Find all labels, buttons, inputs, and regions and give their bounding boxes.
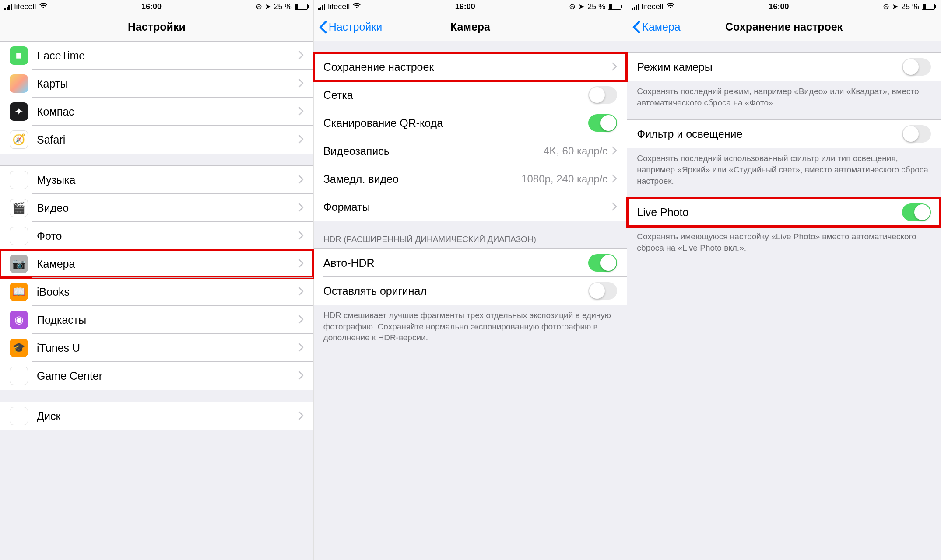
chevron-right-icon	[298, 342, 304, 354]
row-label: Карты	[37, 77, 298, 90]
settings-row-музыка[interactable]: ♫Музыка	[0, 166, 313, 194]
settings-row-видео[interactable]: 🎬Видео	[0, 194, 313, 222]
row-label: Game Center	[37, 370, 298, 382]
chevron-right-icon	[298, 314, 304, 326]
row-label: Режим камеры	[637, 61, 902, 74]
maps-icon	[10, 74, 28, 93]
toggle-switch[interactable]	[588, 254, 617, 272]
nav-bar: Настройки	[0, 13, 313, 41]
camera-icon: 📷	[10, 255, 28, 273]
settings-row-сканирование-qr-кода[interactable]: Сканирование QR-кода	[314, 109, 627, 137]
row-label: Музыка	[37, 174, 298, 186]
battery-icon	[295, 4, 309, 10]
chevron-right-icon	[298, 286, 304, 298]
chevron-right-icon	[612, 173, 617, 186]
row-label: Диск	[37, 410, 298, 423]
settings-row-подкасты[interactable]: ◉Подкасты	[0, 306, 313, 334]
gamecenter-icon: ●●	[10, 367, 28, 385]
chevron-right-icon	[298, 258, 304, 270]
compass-icon: ✦	[10, 102, 28, 121]
page-title: Настройки	[128, 21, 186, 33]
row-detail: 1080p, 240 кадр/с	[521, 173, 607, 185]
settings-row-диск[interactable]: ▲Диск	[0, 402, 313, 430]
settings-row-авто-hdr[interactable]: Авто-HDR	[314, 249, 627, 277]
facetime-icon: ■	[10, 46, 28, 65]
chevron-right-icon	[612, 61, 617, 74]
settings-row-режим-камеры[interactable]: Режим камеры	[627, 53, 941, 81]
row-label: iBooks	[37, 286, 298, 298]
settings-row-замедл-видео[interactable]: Замедл. видео1080p, 240 кадр/с	[314, 165, 627, 193]
toggle-switch[interactable]	[588, 282, 617, 300]
carrier-label: lifecell	[14, 2, 36, 11]
settings-row-фото[interactable]: ❀Фото	[0, 222, 313, 250]
row-label: Сканирование QR-кода	[323, 117, 589, 130]
settings-row-карты[interactable]: Карты	[0, 70, 313, 98]
settings-row-сохранение-настроек[interactable]: Сохранение настроек	[314, 53, 627, 81]
row-footer: Сохранять последний использованный фильт…	[627, 148, 941, 186]
battery-pct: 25 %	[901, 2, 919, 11]
safari-icon: 🧭	[10, 130, 28, 149]
row-label: Видеозапись	[323, 145, 544, 158]
settings-row-itunes-u[interactable]: 🎓iTunes U	[0, 334, 313, 362]
settings-row-live-photo[interactable]: Live Photo	[627, 198, 941, 226]
row-label: Safari	[37, 133, 298, 146]
settings-row-форматы[interactable]: Форматы	[314, 193, 627, 221]
battery-pct: 25 %	[587, 2, 605, 11]
hdr-section-header: HDR (РАСШИРЕННЫЙ ДИНАМИЧЕСКИЙ ДИАПАЗОН)	[314, 221, 627, 248]
status-bar: lifecell 16:00 ⊛ ➤ 25 %	[0, 0, 313, 13]
battery-icon	[608, 4, 622, 10]
settings-row-safari[interactable]: 🧭Safari	[0, 126, 313, 154]
row-label: Камера	[37, 258, 298, 270]
carrier-label: lifecell	[642, 2, 664, 11]
itunesu-icon: 🎓	[10, 339, 28, 357]
settings-row-оставлять-оригинал[interactable]: Оставлять оригинал	[314, 277, 627, 305]
row-label: Фильтр и освещение	[637, 128, 902, 140]
status-bar: lifecell 16:00 ⊛ ➤ 25 %	[627, 0, 941, 13]
clock: 16:00	[141, 2, 162, 11]
video-icon: 🎬	[10, 199, 28, 217]
row-label: Видео	[37, 202, 298, 214]
back-button[interactable]: Камера	[632, 13, 680, 41]
row-label: Фото	[37, 230, 298, 242]
row-label: FaceTime	[37, 49, 298, 62]
row-label: Форматы	[323, 201, 612, 214]
settings-row-ibooks[interactable]: 📖iBooks	[0, 278, 313, 306]
row-footer: Сохранять имеющуюся настройку «Live Phot…	[627, 227, 941, 253]
settings-camera-screen: lifecell 16:00 ⊛ ➤ 25 % Настройки Камера…	[314, 0, 628, 560]
preserve-setting-group: Фильтр и освещение	[627, 119, 941, 148]
settings-row-facetime[interactable]: ■FaceTime	[0, 42, 313, 70]
page-title: Камера	[450, 21, 490, 33]
ibooks-icon: 📖	[10, 283, 28, 301]
toggle-switch[interactable]	[902, 125, 931, 143]
chevron-right-icon	[298, 105, 304, 118]
location-icon: ➤	[892, 2, 899, 11]
row-label: Сохранение настроек	[323, 61, 612, 74]
settings-row-сетка[interactable]: Сетка	[314, 81, 627, 109]
signal-icon	[4, 4, 12, 10]
toggle-switch[interactable]	[588, 86, 617, 104]
row-label: Компас	[37, 105, 298, 118]
photos-icon: ❀	[10, 227, 28, 245]
toggle-switch[interactable]	[902, 58, 931, 76]
toggle-switch[interactable]	[902, 203, 931, 221]
settings-row-камера[interactable]: 📷Камера	[0, 250, 313, 278]
settings-group-apps-c: ▲Диск	[0, 402, 313, 430]
settings-row-фильтр-и-освещение[interactable]: Фильтр и освещение	[627, 120, 941, 148]
drive-icon: ▲	[10, 407, 28, 425]
row-label: Live Photo	[637, 206, 902, 219]
settings-row-game-center[interactable]: ●●Game Center	[0, 362, 313, 390]
settings-row-компас[interactable]: ✦Компас	[0, 98, 313, 126]
nav-bar: Камера Сохранение настроек	[627, 13, 941, 41]
settings-row-видеозапись[interactable]: Видеозапись4K, 60 кадр/с	[314, 137, 627, 165]
toggle-switch[interactable]	[588, 114, 617, 132]
wifi-icon	[39, 2, 48, 11]
row-footer: Сохранять последний режим, например «Вид…	[627, 81, 941, 108]
chevron-right-icon	[298, 202, 304, 214]
back-label: Камера	[642, 21, 680, 33]
back-button[interactable]: Настройки	[319, 13, 383, 41]
chevron-right-icon	[612, 145, 617, 158]
settings-group-apps-a: ■FaceTimeКарты✦Компас🧭Safari	[0, 41, 313, 154]
nav-bar: Настройки Камера	[314, 13, 627, 41]
chevron-right-icon	[298, 133, 304, 146]
chevron-right-icon	[298, 370, 304, 382]
